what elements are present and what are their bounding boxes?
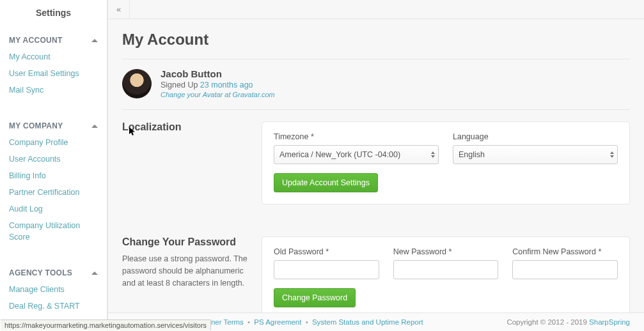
chevron-double-left-icon: « bbox=[116, 4, 121, 14]
language-select[interactable]: English bbox=[453, 145, 618, 164]
dot-separator: • bbox=[247, 318, 250, 326]
old-password-label: Old Password * bbox=[274, 247, 379, 256]
section-header-my-account[interactable]: MY ACCOUNT bbox=[0, 31, 107, 49]
timezone-label: Timezone * bbox=[274, 132, 439, 141]
language-value: English bbox=[459, 150, 485, 159]
old-password-input[interactable] bbox=[274, 260, 379, 279]
sidebar-item-audit-log[interactable]: Audit Log bbox=[0, 201, 107, 217]
divider bbox=[122, 59, 630, 59]
footer-link-status-uptime[interactable]: System Status and Uptime Report bbox=[312, 318, 423, 326]
user-name: Jacob Button bbox=[161, 68, 275, 79]
change-password-help: Please use a strong password. The passwo… bbox=[122, 253, 250, 289]
timezone-select[interactable]: America / New_York (UTC -04:00) bbox=[274, 145, 439, 164]
signed-prefix: Signed Up bbox=[161, 81, 200, 89]
sidebar-item-mail-sync[interactable]: Mail Sync bbox=[0, 82, 107, 98]
collapse-sidebar-button[interactable]: « bbox=[108, 0, 130, 19]
localization-heading: Localization bbox=[122, 121, 250, 133]
topbar: « bbox=[108, 0, 644, 19]
page-title: My Account bbox=[122, 31, 630, 49]
caret-up-icon bbox=[91, 272, 98, 275]
dot-separator: • bbox=[306, 318, 308, 326]
localization-section: Localization Timezone * America / New_Yo… bbox=[122, 121, 630, 204]
change-password-card: Old Password * New Password * Confirm Ne… bbox=[262, 236, 630, 312]
sidebar-item-deal-reg-start[interactable]: Deal Reg. & START bbox=[0, 298, 107, 314]
copyright-text: Copyright © 2012 - 2019 bbox=[507, 318, 589, 326]
new-password-label: New Password * bbox=[393, 247, 499, 256]
settings-sidebar: Settings MY ACCOUNT My Account User Emai… bbox=[0, 0, 107, 331]
footer-brand-link[interactable]: SharpSpring bbox=[589, 318, 630, 326]
section-header-my-company[interactable]: MY COMPANY bbox=[0, 116, 107, 134]
timezone-value: America / New_York (UTC -04:00) bbox=[279, 150, 400, 159]
profile-row: Jacob Button Signed Up 23 months ago Cha… bbox=[122, 68, 630, 110]
change-password-section: Change Your Password Please use a strong… bbox=[122, 236, 630, 312]
language-label: Language bbox=[453, 132, 618, 141]
sidebar-title: Settings bbox=[0, 0, 107, 24]
sidebar-item-billing-info[interactable]: Billing Info bbox=[0, 167, 107, 184]
localization-card: Timezone * America / New_York (UTC -04:0… bbox=[262, 121, 630, 204]
sidebar-item-user-accounts[interactable]: User Accounts bbox=[0, 151, 107, 167]
avatar bbox=[122, 69, 152, 98]
sidebar-item-user-email-settings[interactable]: User Email Settings bbox=[0, 65, 107, 82]
new-password-input[interactable] bbox=[393, 260, 499, 279]
profile-info: Jacob Button Signed Up 23 months ago Cha… bbox=[161, 68, 275, 99]
signed-ago: 23 months ago bbox=[200, 81, 253, 89]
section-header-label: AGENCY TOOLS bbox=[9, 268, 72, 277]
caret-up-icon bbox=[91, 125, 98, 128]
sidebar-item-partner-certification[interactable]: Partner Certification bbox=[0, 184, 107, 201]
sidebar-item-manage-clients[interactable]: Manage Clients bbox=[0, 281, 107, 298]
section-header-label: MY COMPANY bbox=[9, 121, 63, 130]
sidebar-item-company-profile[interactable]: Company Profile bbox=[0, 134, 107, 151]
footer-copyright: Copyright © 2012 - 2019 SharpSpring bbox=[507, 318, 630, 326]
signed-up-text: Signed Up 23 months ago bbox=[161, 81, 275, 89]
section-header-label: MY ACCOUNT bbox=[9, 36, 63, 45]
confirm-password-label: Confirm New Password * bbox=[512, 247, 618, 256]
change-password-heading: Change Your Password bbox=[122, 236, 250, 248]
sidebar-item-company-utilization-score[interactable]: Company Utilization Score bbox=[0, 217, 107, 245]
sidebar-item-my-account[interactable]: My Account bbox=[0, 49, 107, 65]
caret-up-icon bbox=[91, 39, 98, 42]
section-header-agency-tools[interactable]: AGENCY TOOLS bbox=[0, 263, 107, 281]
confirm-password-input[interactable] bbox=[512, 260, 618, 279]
gravatar-link[interactable]: Change your Avatar at Gravatar.com bbox=[161, 91, 275, 98]
footer-link-ps-agreement[interactable]: PS Agreement bbox=[254, 318, 301, 326]
change-password-button[interactable]: Change Password bbox=[274, 288, 356, 307]
update-account-settings-button[interactable]: Update Account Settings bbox=[274, 173, 378, 192]
main-area: « My Account Jacob Button Signed Up 23 m… bbox=[107, 0, 644, 331]
content: My Account Jacob Button Signed Up 23 mon… bbox=[108, 19, 644, 312]
status-url-tooltip: https://makeyourmarketing.marketingautom… bbox=[1, 319, 211, 330]
